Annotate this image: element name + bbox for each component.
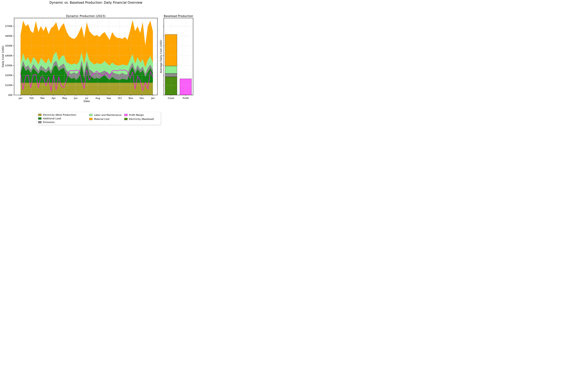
- left-x-tick-label: Jan: [151, 97, 155, 99]
- additional-load-swatch-icon: [38, 117, 42, 120]
- left-x-tick-label: Aug: [96, 97, 100, 99]
- left-x-tick-label: Oct: [118, 97, 122, 99]
- left-x-tick-label: Apr: [52, 97, 56, 99]
- left-x-tick-label: Jun: [74, 97, 78, 99]
- area-electricity-base-production-: [21, 83, 153, 95]
- emissions-swatch-icon: [38, 121, 42, 123]
- left-y-tick-label: $0k: [8, 94, 13, 96]
- legend-entry-electricity-baseload: Electricity (Baseload): [124, 117, 161, 121]
- left-y-tick-label: $700k: [5, 25, 13, 27]
- legend-column: Labor and MaintenanceMaterial Cost: [89, 113, 124, 124]
- legend-entry-material-cost: Material Cost: [89, 117, 124, 121]
- left-x-tick-label: Mar: [41, 97, 45, 99]
- charts-canvas: $0k$100k$200k$300k$400k$500k$600k$700kJa…: [0, 0, 196, 126]
- material-cost-swatch-icon: [89, 118, 93, 120]
- legend-label: Labor and Maintenance: [94, 114, 122, 116]
- legend-entry-emissions: Emissions: [38, 120, 89, 124]
- left-x-tick-label: May: [62, 97, 67, 99]
- left-x-tick-label: Jul: [85, 97, 88, 99]
- legend-entry-electricity-base-production: Electricity (Base Production): [38, 113, 89, 117]
- right-x-tick-label: Profit: [182, 97, 189, 99]
- electricity-base-production-swatch-icon: [38, 114, 42, 116]
- left-y-tick-label: $400k: [5, 54, 13, 57]
- left-x-tick-label: Jan: [19, 97, 22, 99]
- legend-label: Electricity (Base Production): [43, 113, 76, 116]
- legend-entry-labor-and-maintenance: Labor and Maintenance: [89, 113, 124, 117]
- profit-margin-swatch-icon: [124, 114, 127, 116]
- legend-column: Electricity (Base Production)Additional …: [38, 113, 89, 124]
- bar-segment-electricity-baseload-: [165, 77, 177, 95]
- legend-entry-profit-margin: Profit Margin: [124, 113, 161, 117]
- left-x-tick-label: Sep: [107, 97, 111, 99]
- right-x-tick-label: Costs: [168, 97, 174, 99]
- legend-label: Emissions: [43, 121, 55, 123]
- legend-entry-additional-load: Additional Load: [38, 117, 89, 120]
- labor-and-maintenance-swatch-icon: [89, 114, 93, 116]
- legend: Electricity (Base Production)Additional …: [37, 112, 161, 125]
- left-y-tick-label: $100k: [5, 84, 13, 87]
- left-x-tick-label: Dec: [140, 97, 144, 99]
- left-x-tick-label: Feb: [29, 97, 34, 99]
- legend-label: Electricity (Baseload): [129, 118, 154, 120]
- legend-label: Material Cost: [94, 118, 110, 120]
- left-y-tick-label: $300k: [5, 64, 13, 67]
- legend-label: Additional Load: [43, 117, 61, 120]
- legend-column: Profit MarginElectricity (Baseload): [124, 113, 161, 124]
- figure: Dynamic vs. Baseload Production: Daily F…: [0, 0, 196, 126]
- legend-label: Profit Margin: [129, 114, 144, 116]
- electricity-baseload-swatch-icon: [124, 118, 127, 120]
- left-y-tick-label: $200k: [5, 74, 13, 77]
- bar-segment-labor-and-maintenance: [165, 66, 177, 73]
- left-x-tick-label: Nov: [129, 97, 133, 99]
- left-y-tick-label: $600k: [5, 35, 13, 37]
- left-y-tick-label: $500k: [5, 44, 13, 47]
